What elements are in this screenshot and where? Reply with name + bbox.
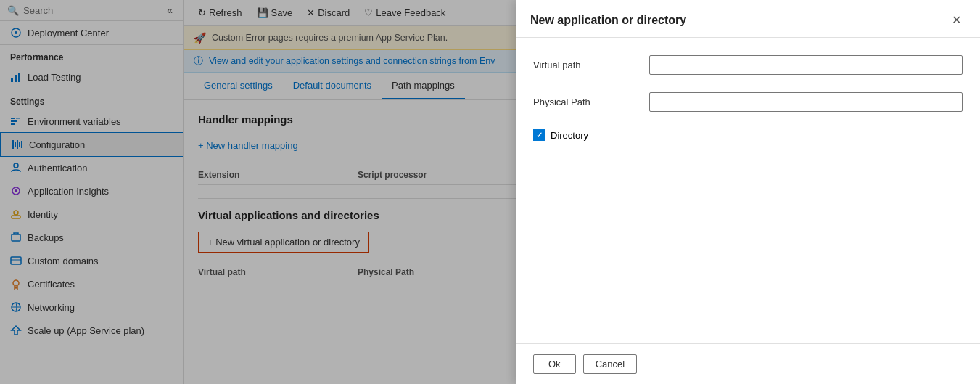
virtual-path-group: Virtual path	[533, 55, 963, 75]
dialog-header: New application or directory ✕	[516, 0, 980, 38]
directory-checkbox[interactable]	[533, 129, 545, 141]
virtual-path-label: Virtual path	[533, 60, 649, 70]
dialog: New application or directory ✕ Virtual p…	[516, 0, 980, 384]
dialog-title: New application or directory	[530, 14, 686, 27]
physical-path-input[interactable]	[649, 92, 963, 112]
physical-path-group: Physical Path	[533, 92, 963, 112]
directory-label: Directory	[551, 130, 588, 141]
directory-checkbox-row: Directory	[533, 129, 963, 141]
ok-button[interactable]: Ok	[533, 354, 576, 374]
physical-path-label: Physical Path	[533, 97, 649, 107]
virtual-path-input[interactable]	[649, 55, 963, 75]
dialog-overlay: New application or directory ✕ Virtual p…	[0, 0, 980, 384]
dialog-close-button[interactable]: ✕	[947, 12, 965, 28]
cancel-button[interactable]: Cancel	[583, 354, 637, 374]
dialog-body: Virtual path Physical Path Directory	[516, 38, 980, 343]
dialog-footer: Ok Cancel	[516, 343, 980, 384]
